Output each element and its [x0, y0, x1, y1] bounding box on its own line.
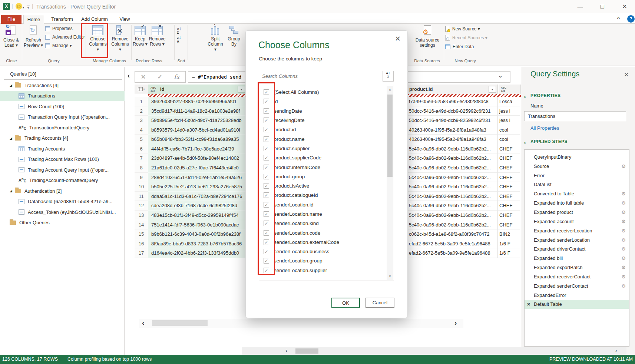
- column-list-item[interactable]: senderLocation.code: [260, 228, 382, 237]
- cell-id[interactable]: b505e225-f5e2-a013-be61-293a276e5875: [148, 182, 246, 192]
- checkbox-checked-icon[interactable]: [264, 146, 269, 151]
- row-number[interactable]: 15: [135, 229, 148, 239]
- applied-step[interactable]: Expanded senderLocation⚙: [525, 235, 629, 245]
- cell-product-name[interactable]: CHEF: [498, 220, 520, 230]
- checkbox-checked-icon[interactable]: [264, 230, 269, 236]
- cell-product-id[interactable]: 5c40c-0a96-db02-9ebb-116d0b62b2...: [408, 211, 498, 220]
- delete-step-icon[interactable]: ✕: [527, 302, 530, 307]
- cell-id[interactable]: 44f4dff5-ca6c-7b71-ffcc-38e5aee24f39: [148, 144, 246, 154]
- checkbox-checked-icon[interactable]: [264, 202, 269, 208]
- choose-columns-button[interactable]: Choose Columns ▾: [87, 25, 108, 52]
- cell-product-name[interactable]: jess l: [498, 106, 520, 116]
- step-settings-gear-icon[interactable]: ⚙: [621, 246, 626, 252]
- properties-collapse-icon[interactable]: ▲: [523, 95, 526, 98]
- step-settings-gear-icon[interactable]: ⚙: [621, 228, 626, 234]
- grid-scroll-left-icon[interactable]: ‹: [142, 319, 144, 327]
- tab-view[interactable]: View: [118, 15, 132, 24]
- applied-step[interactable]: ExpandedError: [525, 291, 629, 300]
- checkbox-checked-icon[interactable]: [264, 249, 269, 254]
- cell-product-name[interactable]: cool: [498, 135, 520, 144]
- column-list-item[interactable]: product.catalogueId: [260, 191, 382, 200]
- cell-product-id[interactable]: 5c40c-0a96-db02-9ebb-116d0b62b2...: [408, 163, 498, 173]
- row-number[interactable]: 3: [135, 116, 148, 125]
- column-list-item[interactable]: senderLocation.group: [260, 256, 382, 265]
- applied-step[interactable]: Error: [525, 171, 629, 180]
- applied-step[interactable]: Converted to Table⚙: [525, 189, 629, 198]
- cell-product-id[interactable]: 40263-f00a-1f95-f5a2-8f8a1a948fa3: [408, 135, 498, 144]
- column-list-item[interactable]: receivingDate: [260, 116, 382, 125]
- row-number[interactable]: 2: [135, 106, 148, 116]
- cell-product-id[interactable]: 50dcc-5416-a49d-dcb9-825992c6f231: [408, 116, 498, 125]
- row-number[interactable]: 17: [135, 248, 148, 258]
- cell-product-name[interactable]: jess l: [498, 116, 520, 125]
- grid-hscrollbar-thumb[interactable]: [152, 320, 208, 326]
- checkbox-checked-icon[interactable]: [264, 127, 269, 132]
- applied-step[interactable]: QueryInputBinary: [525, 152, 629, 162]
- cell-id[interactable]: 39326d3f-b2f7-f88a-7b2f-86993966af01: [148, 97, 246, 106]
- column-type-icon[interactable]: ABC123: [151, 86, 156, 92]
- tree-expand-caret-icon[interactable]: ◢: [10, 136, 12, 140]
- remove-rows-button[interactable]: ✕ Remove Rows ▾: [148, 25, 166, 47]
- row-number[interactable]: 5: [135, 135, 148, 144]
- checkbox-checked-icon[interactable]: [264, 183, 269, 189]
- cell-product-id[interactable]: 5c40c-0a96-db02-9ebb-116d0b62b2...: [408, 201, 498, 211]
- column-list-item[interactable]: product.supplierCode: [260, 153, 382, 162]
- query-tree-item[interactable]: Row Count (100): [0, 101, 125, 112]
- cell-id[interactable]: cdea208d-ef3b-7168-dc4e-6cf9825f2f8d: [148, 201, 246, 211]
- cancel-button[interactable]: Cancel: [366, 298, 394, 308]
- cell-id[interactable]: 751e1414-fdf7-5636-f063-0e1b090acdac: [148, 220, 246, 230]
- applied-step[interactable]: Expanded receiverLocation⚙: [525, 226, 629, 235]
- select-all-corner-button[interactable]: ▾: [135, 85, 148, 94]
- cell-id[interactable]: 35cd9d17-fd11-14a9-18c2-8a1803e2e98f: [148, 106, 246, 116]
- applied-step[interactable]: ✕Default Table: [525, 300, 629, 309]
- column-list-item[interactable]: senderLocation.supplier: [260, 266, 382, 275]
- cell-product-id[interactable]: 5c40c-0a96-db02-9ebb-116d0b62b2...: [408, 192, 498, 201]
- applied-step[interactable]: Expanded driverContact⚙: [525, 244, 629, 254]
- formula-expand-chevron-icon[interactable]: ⌄: [498, 73, 503, 79]
- row-number[interactable]: 16: [135, 239, 148, 249]
- column-list-item[interactable]: sendingDate: [260, 106, 382, 116]
- row-number[interactable]: 10: [135, 182, 148, 192]
- cell-product-name[interactable]: BIN2: [498, 229, 520, 239]
- row-number[interactable]: 4: [135, 125, 148, 135]
- query-tree-item[interactable]: Transactions: [0, 91, 125, 102]
- smiley-dropdown-caret[interactable]: ▾: [23, 6, 24, 9]
- checkbox-checked-icon[interactable]: [264, 268, 269, 273]
- cell-id[interactable]: b8593579-14d0-a307-5bcf-cd4ad01a910f: [148, 125, 246, 135]
- checkbox-checked-icon[interactable]: [264, 108, 269, 114]
- cell-id[interactable]: b9b6b121-6c39-4043-0a0d-00f2b96e238f: [148, 229, 246, 239]
- applied-step[interactable]: Expanded exportBatch⚙: [525, 263, 629, 272]
- column-filter-dropdown-id[interactable]: ▾: [238, 86, 245, 93]
- column-header-partial[interactable]: ABC123: [499, 85, 521, 94]
- step-settings-gear-icon[interactable]: ⚙: [621, 265, 626, 270]
- step-settings-gear-icon[interactable]: ⚙: [621, 200, 626, 206]
- cell-id[interactable]: 21a61dc0-02d5-a27e-f0ac-7f6443ed4fc0: [148, 163, 246, 173]
- cell-product-name[interactable]: CHEF: [498, 144, 520, 154]
- formula-commit-icon[interactable]: ✓: [158, 73, 162, 80]
- cell-product-id[interactable]: 40263-f00a-1f95-f5a2-8f8a1a948fa3: [408, 125, 498, 135]
- applied-steps-section-header[interactable]: APPLIED STEPS: [530, 139, 568, 144]
- query-tree-item[interactable]: Access_Token (eyJhbGciOiJSUzI1NiIsI...: [0, 207, 125, 218]
- cell-product-id[interactable]: 5c40c-0a96-db02-9ebb-116d0b62b2...: [408, 173, 498, 182]
- checkbox-checked-icon[interactable]: [264, 118, 269, 123]
- applied-step[interactable]: Expanded bill⚙: [525, 254, 629, 263]
- checkbox-checked-icon[interactable]: [264, 99, 269, 104]
- fx-icon[interactable]: fx: [174, 73, 179, 80]
- remove-columns-button[interactable]: ✕ Remove Columns ▾: [110, 25, 130, 52]
- cell-id[interactable]: d164ea4c-2f02-4bb6-22f3-133f3495ddb0: [148, 248, 246, 258]
- refresh-preview-button[interactable]: ↻ Refresh Preview ▾: [23, 25, 44, 48]
- maximize-button[interactable]: □: [596, 2, 609, 11]
- close-window-button[interactable]: ✕: [618, 2, 631, 11]
- row-number[interactable]: 11: [135, 192, 148, 201]
- query-tree-item[interactable]: Trading Account Max Rows (100): [0, 154, 125, 165]
- cell-product-name[interactable]: cool: [498, 125, 520, 135]
- checkbox-checked-icon[interactable]: [264, 221, 269, 226]
- column-list-item[interactable]: product.group: [260, 172, 382, 181]
- collapse-ribbon-icon[interactable]: ^: [617, 16, 620, 22]
- applied-step[interactable]: Source⚙: [525, 162, 629, 171]
- step-settings-gear-icon[interactable]: ⚙: [621, 283, 626, 289]
- column-list-item[interactable]: senderLocation.externalCode: [260, 238, 382, 247]
- cell-product-id[interactable]: efad2-6672-5e5b-3a09-9e5fe1a96488: [408, 239, 498, 249]
- row-number[interactable]: 1: [135, 97, 148, 106]
- column-list-item[interactable]: product.name: [260, 134, 382, 143]
